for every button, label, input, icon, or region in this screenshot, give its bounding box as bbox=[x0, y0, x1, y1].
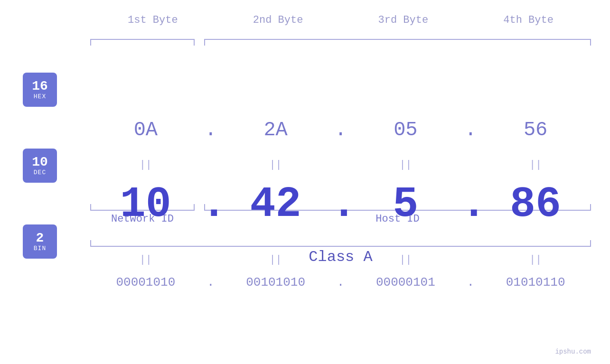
eq-3: || bbox=[350, 159, 461, 171]
eq-5: || bbox=[90, 254, 201, 266]
hex-badge: 16 HEX bbox=[23, 73, 57, 107]
bin-byte-4: 01010110 bbox=[480, 275, 591, 289]
bin-dot-1: . bbox=[201, 275, 220, 289]
bin-row: 00001010 . 00101010 . 00000101 . 0101011… bbox=[90, 275, 591, 289]
hex-row: 0A . 2A . 05 . 56 bbox=[90, 119, 591, 141]
hex-byte-1: 0A bbox=[90, 119, 201, 141]
bin-badge: 2 BIN bbox=[23, 224, 57, 259]
class-a-bracket bbox=[90, 240, 591, 247]
dec-byte-3: 5 bbox=[350, 180, 461, 229]
col-header-2: 2nd Byte bbox=[216, 14, 341, 26]
dec-dot-3: . bbox=[461, 180, 480, 229]
bin-byte-3: 00000101 bbox=[350, 275, 461, 289]
eq-1: || bbox=[90, 159, 201, 171]
dec-byte-2: 42 bbox=[220, 180, 331, 229]
eq-row-1: || || || || bbox=[90, 159, 591, 171]
hex-dot-1: . bbox=[201, 119, 220, 141]
bin-byte-2: 00101010 bbox=[220, 275, 331, 289]
dec-dot-2: . bbox=[331, 180, 350, 229]
eq-2: || bbox=[220, 159, 331, 171]
hex-dot-2: . bbox=[331, 119, 350, 141]
dec-row: 10 . 42 . 5 . 86 bbox=[90, 180, 591, 229]
network-top-bracket bbox=[90, 39, 195, 46]
bin-badge-number: 2 bbox=[36, 232, 44, 245]
dec-badge-label: DEC bbox=[34, 169, 46, 176]
col-header-1: 1st Byte bbox=[90, 14, 216, 26]
hex-byte-2: 2A bbox=[220, 119, 331, 141]
column-headers: 1st Byte 2nd Byte 3rd Byte 4th Byte bbox=[90, 14, 591, 26]
eq-6: || bbox=[220, 254, 331, 266]
hex-byte-4: 56 bbox=[480, 119, 591, 141]
eq-7: || bbox=[350, 254, 461, 266]
dec-byte-1: 10 bbox=[90, 180, 201, 229]
dec-badge: 10 DEC bbox=[23, 149, 57, 183]
hex-badge-number: 16 bbox=[32, 80, 48, 93]
eq-row-2: || || || || bbox=[90, 254, 591, 266]
main-container: 16 HEX 10 DEC 2 BIN 1st Byte 2nd Byte 3r… bbox=[0, 0, 610, 364]
bin-dot-2: . bbox=[331, 275, 350, 289]
host-top-bracket bbox=[204, 39, 591, 46]
watermark: ipshu.com bbox=[555, 348, 591, 355]
eq-8: || bbox=[480, 254, 591, 266]
bin-dot-3: . bbox=[461, 275, 480, 289]
hex-badge-label: HEX bbox=[34, 93, 46, 100]
col-header-4: 4th Byte bbox=[466, 14, 591, 26]
bin-byte-1: 00001010 bbox=[90, 275, 201, 289]
hex-byte-3: 05 bbox=[350, 119, 461, 141]
eq-4: || bbox=[480, 159, 591, 171]
bin-badge-label: BIN bbox=[34, 245, 46, 252]
dec-dot-1: . bbox=[201, 180, 220, 229]
col-header-3: 3rd Byte bbox=[341, 14, 466, 26]
dec-badge-number: 10 bbox=[32, 156, 48, 169]
dec-byte-4: 86 bbox=[480, 180, 591, 229]
hex-dot-3: . bbox=[461, 119, 480, 141]
